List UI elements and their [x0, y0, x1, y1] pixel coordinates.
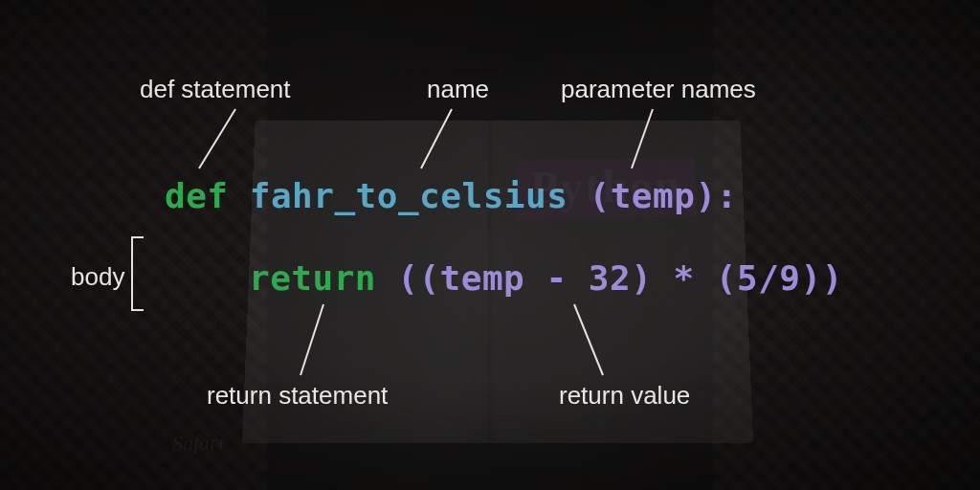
line-return-stmt [301, 304, 323, 375]
line-return-val [574, 304, 603, 375]
label-parameter-names: parameter names [561, 75, 756, 104]
code-line-1: def fahr_to_celsius (temp): [165, 176, 738, 215]
label-body: body [71, 262, 124, 292]
diagram-layer: def statement name parameter names def f… [0, 0, 980, 490]
function-name: fahr_to_celsius [250, 176, 568, 215]
line-params [632, 109, 653, 168]
label-name: name [427, 75, 489, 104]
keyword-def: def [165, 176, 229, 215]
code-line-2: return ((temp - 32) * (5/9)) [249, 258, 843, 298]
line-name [421, 109, 452, 168]
label-return-statement: return statement [207, 381, 388, 411]
param-list: (temp): [590, 176, 738, 215]
keyword-return: return [249, 258, 376, 298]
label-def-statement: def statement [140, 75, 291, 104]
return-expression: ((temp - 32) * (5/9)) [397, 258, 843, 298]
line-def [199, 109, 235, 168]
bracket-body [132, 237, 144, 310]
connector-lines [0, 0, 980, 490]
label-return-value: return value [559, 381, 690, 411]
